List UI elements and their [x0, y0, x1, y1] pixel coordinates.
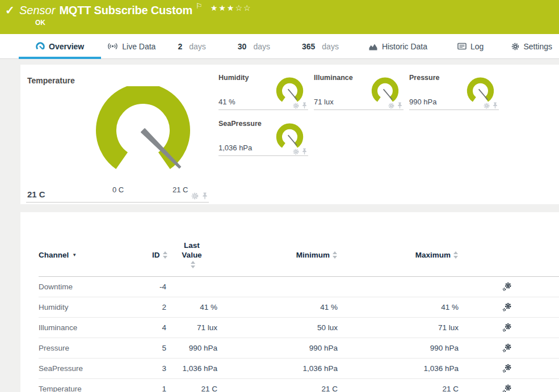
tab-log[interactable]: Log — [441, 34, 500, 58]
minimum-value: 1,036 hPa — [217, 364, 338, 373]
tab-label: Historic Data — [382, 42, 427, 51]
channel-panel-humidity: Humidity 41 % — [218, 69, 308, 110]
last-value: 41 % — [166, 303, 217, 311]
channel-settings-gears-icon[interactable] — [502, 323, 511, 332]
table-row-downtime: Downtime -4 — [39, 277, 559, 297]
dropdown-caret-icon: ▼ — [72, 252, 77, 258]
tab-label: Overview — [49, 42, 84, 51]
prtg-sensor-page: ✓ SensorMQTT Subscribe Custom⚐★★★☆☆ OK O… — [0, 0, 559, 392]
pin-icon[interactable] — [202, 192, 208, 200]
tab-number: 2 — [178, 42, 182, 51]
channel-panel-illuminance: Illuminance 71 lux — [314, 69, 404, 110]
log-list-icon — [457, 43, 466, 50]
channel-panel-title: SeaPressure — [218, 120, 262, 128]
channel-name: Illuminance — [39, 323, 152, 332]
column-header-minimum[interactable]: Minimum — [217, 251, 338, 259]
tab-365-days[interactable]: 365 days — [286, 34, 355, 58]
flag-icon[interactable]: ⚐ — [196, 2, 203, 10]
tab-2-days[interactable]: 2 days — [162, 34, 221, 58]
channel-current-value: 21 C — [27, 189, 45, 199]
mini-gauges-grid: Humidity 41 % Illuminance 71 lux — [218, 69, 505, 156]
gear-icon[interactable] — [388, 103, 394, 109]
column-header-maximum[interactable]: Maximum — [338, 251, 459, 259]
channel-panel-temperature: Temperature 0 C 21 C 21 C — [26, 69, 209, 203]
tab-unit: days — [189, 42, 206, 51]
tab-30-days[interactable]: 30 days — [222, 34, 286, 58]
tab-number: 30 — [238, 42, 247, 51]
gear-icon[interactable] — [191, 192, 199, 200]
sort-icon — [163, 251, 168, 259]
area-chart-icon — [368, 43, 378, 50]
gear-icon — [511, 43, 519, 50]
priority-stars[interactable]: ★★★☆☆ — [211, 3, 252, 12]
channel-current-value: 990 hPa — [409, 98, 436, 106]
last-value: 990 hPa — [166, 344, 217, 352]
tab-settings[interactable]: Settings — [500, 34, 559, 58]
tab-label: Live Data — [122, 42, 155, 51]
tab-overview[interactable]: Overview — [19, 34, 101, 58]
channel-name: Downtime — [39, 283, 152, 291]
channel-current-value: 41 % — [218, 98, 236, 106]
maximum-value: 990 hPa — [338, 344, 459, 352]
maximum-value: 1,036 hPa — [338, 364, 459, 373]
column-header-channel[interactable]: Channel▼ — [39, 251, 152, 259]
table-row-seapressure: SeaPressure 3 1,036 hPa 1,036 hPa 1,036 … — [39, 359, 559, 379]
channel-table-header: Channel▼ ID Last Value Minimum Maximum — [39, 212, 559, 277]
channel-panel-pressure: Pressure 990 hPa — [409, 69, 499, 110]
channel-id: 1 — [152, 385, 166, 392]
gear-icon[interactable] — [293, 149, 299, 155]
channel-panel-title: Pressure — [409, 74, 440, 82]
channel-current-value: 71 lux — [314, 98, 334, 106]
channel-settings-gears-icon[interactable] — [502, 283, 511, 292]
channel-panel-seapressure: SeaPressure 1,036 hPa — [218, 115, 308, 156]
pin-icon[interactable] — [302, 102, 307, 109]
live-signal-icon — [107, 43, 118, 50]
maximum-value: 71 lux — [338, 323, 459, 332]
tab-live-data[interactable]: Live Data — [101, 34, 162, 58]
tab-label: Log — [470, 42, 484, 51]
channel-table-card: Channel▼ ID Last Value Minimum Maximum D… — [20, 212, 559, 392]
last-value: 21 C — [166, 385, 217, 392]
channel-id: 5 — [152, 344, 166, 352]
tab-number: 365 — [302, 42, 315, 51]
column-header-id[interactable]: ID — [152, 251, 166, 259]
channel-name: Pressure — [39, 344, 152, 352]
sensor-kind-label: Sensor — [19, 4, 55, 16]
gear-icon[interactable] — [484, 103, 490, 109]
status-check-icon: ✓ — [5, 3, 15, 17]
channel-id: 2 — [152, 303, 166, 311]
channel-current-value: 1,036 hPa — [218, 144, 252, 152]
minimum-value: 50 lux — [217, 323, 338, 332]
channel-name: SeaPressure — [39, 364, 152, 373]
column-header-last-value[interactable]: Last Value — [166, 241, 217, 269]
channel-settings-gears-icon[interactable] — [502, 385, 511, 392]
pin-icon[interactable] — [302, 148, 307, 155]
minimum-value: 990 hPa — [217, 344, 338, 352]
channel-settings-gears-icon[interactable] — [502, 364, 511, 373]
tab-unit: days — [253, 42, 270, 51]
gauge-scale-max: 21 C — [173, 186, 188, 194]
minimum-value: 21 C — [217, 385, 338, 392]
gauges-card: Temperature 0 C 21 C 21 C Humidity 41 — [20, 65, 559, 204]
tab-historic-data[interactable]: Historic Data — [355, 34, 441, 58]
sensor-title: MQTT Subscribe Custom — [59, 4, 192, 16]
sort-icon — [333, 251, 338, 259]
channel-name: Temperature — [39, 385, 152, 392]
gear-icon[interactable] — [293, 103, 299, 109]
channel-settings-gears-icon[interactable] — [502, 344, 511, 353]
maximum-value: 21 C — [338, 385, 459, 392]
pin-icon[interactable] — [493, 102, 498, 109]
channel-settings-gears-icon[interactable] — [502, 303, 511, 312]
pin-icon[interactable] — [397, 102, 402, 109]
tab-label: Settings — [523, 42, 552, 51]
channel-panel-title: Illuminance — [314, 74, 353, 82]
channel-name: Humidity — [39, 303, 152, 311]
channel-id: -4 — [152, 283, 166, 291]
maximum-value: 41 % — [338, 303, 459, 311]
gauge-scale-min: 0 C — [112, 186, 124, 194]
sort-icon — [191, 261, 196, 268]
sensor-status-header: ✓ SensorMQTT Subscribe Custom⚐★★★☆☆ OK — [0, 0, 559, 34]
minimum-value: 41 % — [217, 303, 338, 311]
last-value: 1,036 hPa — [166, 364, 217, 373]
channel-panel-title: Humidity — [218, 74, 249, 82]
